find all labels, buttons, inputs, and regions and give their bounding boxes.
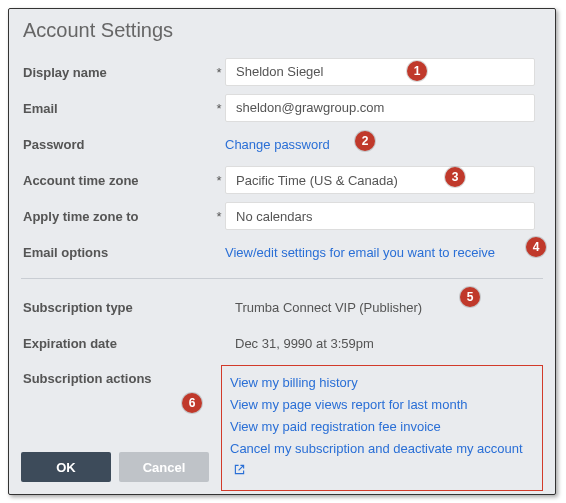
section-divider (21, 278, 543, 279)
row-apply-tz: Apply time zone to * No calendars (21, 200, 543, 232)
apply-tz-select[interactable]: No calendars (225, 202, 535, 230)
timezone-select[interactable]: Pacific Time (US & Canada) (225, 166, 535, 194)
cancel-subscription-link[interactable]: Cancel my subscription and deactivate my… (230, 438, 534, 482)
email-input[interactable] (225, 94, 535, 122)
account-settings-panel: Account Settings Display name * Email * … (8, 8, 556, 495)
change-password-link[interactable]: Change password (225, 137, 330, 152)
cancel-button[interactable]: Cancel (119, 452, 209, 482)
exp-date-value: Dec 31, 9990 at 3:59pm (225, 336, 374, 351)
row-email-options: Email options View/edit settings for ema… (21, 236, 543, 268)
row-display-name: Display name * (21, 56, 543, 88)
callout-badge-1: 1 (407, 61, 427, 81)
row-email: Email * (21, 92, 543, 124)
label-password: Password (21, 137, 213, 152)
page-title: Account Settings (23, 19, 543, 42)
label-email: Email (21, 101, 213, 116)
callout-badge-6: 6 (182, 393, 202, 413)
subscription-actions-box: View my billing history View my page vie… (221, 365, 543, 491)
row-exp-date: Expiration date Dec 31, 9990 at 3:59pm (21, 327, 543, 359)
ok-button[interactable]: OK (21, 452, 111, 482)
paid-invoice-link[interactable]: View my paid registration fee invoice (230, 416, 534, 438)
required-mark: * (213, 173, 225, 188)
label-exp-date: Expiration date (21, 336, 213, 351)
required-mark: * (213, 65, 225, 80)
callout-badge-4: 4 (526, 237, 546, 257)
required-mark: * (213, 101, 225, 116)
external-link-icon (234, 460, 245, 482)
label-apply-tz: Apply time zone to (21, 209, 213, 224)
callout-badge-5: 5 (460, 287, 480, 307)
sub-type-value: Trumba Connect VIP (Publisher) (225, 300, 422, 315)
label-sub-actions: Subscription actions (21, 365, 209, 386)
row-password: Password Change password (21, 128, 543, 160)
label-sub-type: Subscription type (21, 300, 213, 315)
display-name-input[interactable] (225, 58, 535, 86)
row-timezone: Account time zone * Pacific Time (US & C… (21, 164, 543, 196)
page-views-report-link[interactable]: View my page views report for last month (230, 394, 534, 416)
required-mark: * (213, 209, 225, 224)
cancel-subscription-text: Cancel my subscription and deactivate my… (230, 441, 523, 456)
billing-history-link[interactable]: View my billing history (230, 372, 534, 394)
label-email-options: Email options (21, 245, 213, 260)
callout-badge-2: 2 (355, 131, 375, 151)
button-bar: OK Cancel (21, 452, 209, 482)
callout-badge-3: 3 (445, 167, 465, 187)
label-display-name: Display name (21, 65, 213, 80)
label-timezone: Account time zone (21, 173, 213, 188)
email-options-link[interactable]: View/edit settings for email you want to… (225, 245, 495, 260)
